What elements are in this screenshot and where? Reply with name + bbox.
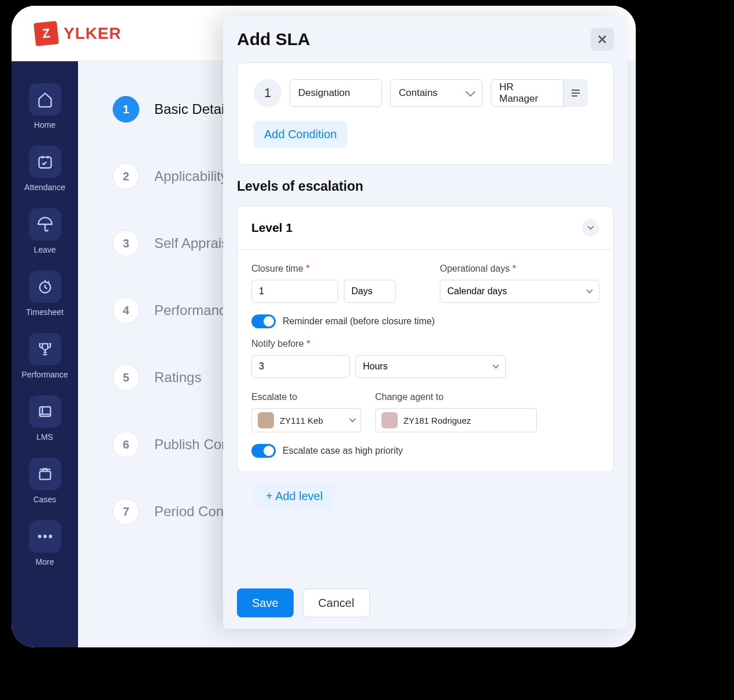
cancel-button[interactable]: Cancel (303, 588, 370, 617)
condition-operator-select[interactable]: Contains (390, 79, 483, 107)
escalate-to-label: Escalate to (251, 392, 361, 402)
avatar (381, 412, 398, 428)
chevron-down-icon (492, 362, 499, 368)
step-label: Basic Details (154, 101, 235, 117)
step-num: 1 (113, 96, 139, 123)
add-condition-button[interactable]: Add Condition (254, 121, 347, 148)
opdays-value: Calendar days (447, 286, 507, 297)
save-button[interactable]: Save (237, 588, 294, 617)
modal-title: Add SLA (237, 29, 310, 49)
levels-heading: Levels of escalation (237, 179, 614, 194)
condition-field-select[interactable]: Designation (290, 79, 382, 107)
escalate-person: ZY111 Keb (280, 416, 344, 425)
step-num: 7 (113, 498, 139, 525)
notify-unit-value: Hours (363, 361, 388, 372)
condition-op-value: Contains (399, 87, 438, 99)
closure-unit: Days (344, 280, 396, 303)
sidebar-item-attendance[interactable]: Attendance (19, 141, 71, 197)
step-label: Applicability (154, 168, 228, 184)
closure-time-label: Closure time (251, 264, 411, 274)
step-label: Performance (154, 302, 233, 318)
logo-badge: Z (34, 21, 59, 46)
step-num: 4 (113, 297, 139, 324)
step-label: Ratings (154, 369, 201, 386)
sidebar-item-performance[interactable]: Performance (19, 328, 71, 384)
high-priority-toggle[interactable] (251, 444, 276, 458)
condition-row: 1 Designation Contains HR Manager (254, 79, 597, 107)
reminder-email-toggle[interactable] (251, 314, 276, 328)
add-sla-modal: Add SLA 1 Designation Contains HR Manage… (223, 16, 628, 629)
agent-person: ZY181 Rodriguez (403, 416, 531, 425)
sidebar-label: Cases (34, 495, 57, 504)
conditions-card: 1 Designation Contains HR Manager Add Co… (237, 62, 614, 165)
avatar (258, 412, 274, 428)
condition-value-input[interactable]: HR Manager (491, 79, 564, 107)
sidebar-label: Leave (34, 245, 55, 254)
svg-point-4 (38, 535, 41, 538)
close-icon (597, 34, 607, 45)
svg-point-6 (49, 535, 52, 538)
high-priority-label: Escalate case as high priority (283, 446, 403, 456)
closure-time-input[interactable]: 1 (251, 280, 338, 303)
calendar-check-icon (29, 146, 61, 178)
modal-header: Add SLA (223, 16, 628, 62)
operational-days-label: Operational days (440, 264, 599, 274)
notify-before-label: Notify before (251, 339, 599, 349)
svg-rect-3 (39, 471, 50, 479)
chevron-down-icon (587, 223, 594, 229)
logo-text: YLKER (64, 24, 121, 43)
step-num: 3 (113, 230, 139, 257)
level-title: Level 1 (251, 221, 292, 235)
notify-unit-select[interactable]: Hours (355, 355, 506, 378)
svg-point-5 (43, 535, 47, 538)
chevron-down-icon (586, 287, 592, 293)
sidebar-label: Attendance (24, 183, 65, 192)
step-num: 5 (113, 364, 139, 391)
notify-before-input[interactable]: 3 (251, 355, 350, 378)
level-card: Level 1 Closure time 1 Days Operational … (237, 206, 614, 472)
sidebar: Home Attendance Leave Timesheet Performa… (12, 61, 78, 647)
sidebar-label: Performance (21, 370, 68, 379)
level-header[interactable]: Level 1 (238, 206, 613, 250)
condition-number: 1 (254, 79, 281, 107)
change-agent-label: Change agent to (375, 392, 537, 402)
sidebar-label: More (36, 557, 54, 566)
book-icon (29, 395, 61, 428)
home-icon (29, 83, 61, 116)
sidebar-item-more[interactable]: More (19, 516, 71, 571)
chevron-down-icon (466, 87, 476, 97)
condition-list-button[interactable] (564, 79, 588, 107)
reminder-email-label: Reminder email (before closure time) (283, 316, 435, 327)
clock-icon (29, 271, 61, 303)
add-level-button[interactable]: + Add level (254, 483, 334, 510)
step-num: 2 (113, 163, 139, 190)
briefcase-icon (29, 458, 61, 490)
sidebar-item-cases[interactable]: Cases (19, 453, 71, 509)
modal-footer: Save Cancel (223, 577, 628, 629)
sidebar-label: Timesheet (26, 308, 64, 317)
close-button[interactable] (591, 28, 614, 51)
change-agent-select[interactable]: ZY181 Rodriguez (375, 408, 537, 432)
operational-days-select[interactable]: Calendar days (440, 280, 599, 303)
more-icon (29, 520, 61, 553)
list-icon (570, 89, 581, 97)
sidebar-item-timesheet[interactable]: Timesheet (19, 266, 71, 321)
sidebar-label: Home (34, 120, 55, 129)
sidebar-label: LMS (36, 432, 53, 442)
escalate-to-select[interactable]: ZY111 Keb (251, 408, 361, 432)
sidebar-item-leave[interactable]: Leave (19, 203, 71, 259)
step-num: 6 (113, 431, 139, 458)
collapse-button[interactable] (582, 219, 599, 236)
trophy-icon (29, 333, 61, 365)
sidebar-item-lms[interactable]: LMS (19, 391, 71, 446)
chevron-down-icon (349, 416, 355, 422)
umbrella-icon (29, 208, 61, 240)
sidebar-item-home[interactable]: Home (19, 79, 71, 134)
